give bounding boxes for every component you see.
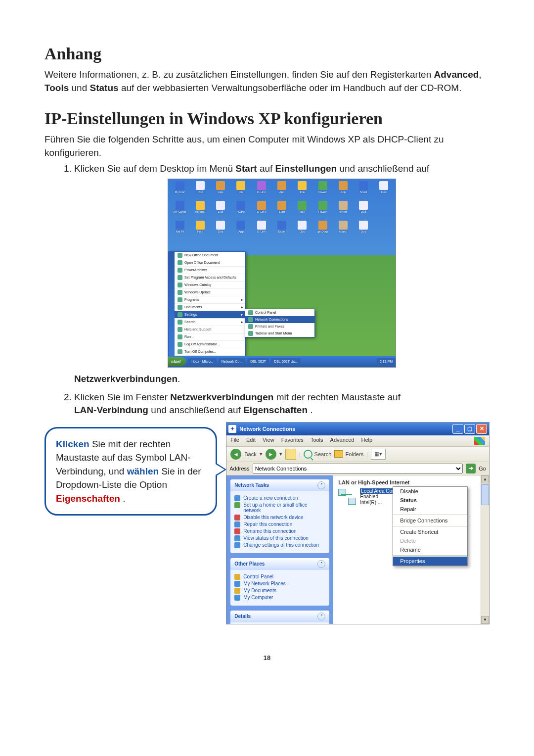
taskbar-item[interactable]: Network Co...: [219, 358, 245, 365]
task-link[interactable]: Change settings of this connection: [234, 542, 325, 548]
task-link[interactable]: Rename this connection: [234, 528, 325, 534]
text: Klicken Sie im Fenster: [74, 392, 170, 402]
menu-bar: File Edit View Favorites Tools Advanced …: [226, 435, 489, 447]
ctx-status[interactable]: Status: [393, 496, 467, 505]
app-icon: ✦: [228, 425, 236, 433]
text-bold: Advanced: [434, 69, 479, 80]
taskbar-item[interactable]: DSL-502T: [247, 358, 269, 365]
tasks-pane: Network Tasks˄ Create a new connection S…: [226, 475, 333, 624]
place-link[interactable]: Control Panel: [234, 574, 325, 580]
menu-help[interactable]: Help: [361, 437, 373, 445]
folders-button[interactable]: Folders: [334, 450, 363, 458]
address-select[interactable]: Network Connections: [253, 464, 463, 473]
menu-item[interactable]: Search: [184, 320, 195, 325]
search-button[interactable]: Search: [304, 450, 332, 459]
task-link[interactable]: Set up a home or small office network: [234, 502, 325, 514]
place-link[interactable]: My Network Places: [234, 581, 325, 587]
connections-area: LAN or High-Speed Internet Local Area Co…: [333, 475, 489, 624]
callout-tip: Klicken Sie mit der rechten Maustaste au…: [44, 427, 217, 516]
callout-keyword: Klicken: [56, 439, 89, 449]
go-button[interactable]: ➔: [466, 464, 476, 473]
place-link[interactable]: My Documents: [234, 588, 325, 594]
chevron-up-icon[interactable]: ˄: [317, 560, 325, 568]
text: mit der rechten Maustaste auf: [276, 392, 400, 402]
menu-item[interactable]: Documents: [184, 305, 202, 310]
dropdown-icon[interactable]: ▾: [260, 451, 263, 457]
scroll-up-icon[interactable]: ▲: [481, 475, 489, 483]
menu-item[interactable]: PowerArchiver: [184, 268, 207, 273]
forward-button[interactable]: ►: [266, 449, 276, 460]
chevron-up-icon[interactable]: ˄: [317, 613, 325, 620]
ctx-properties[interactable]: Properties: [393, 557, 467, 566]
submenu-item[interactable]: Printers and Faxes: [255, 324, 284, 329]
heading-anhang: Anhang: [44, 45, 490, 63]
callout-text: .: [123, 493, 125, 504]
screenshot-network-connections: ✦ Network Connections _ ▢ ✕ File Edit Vi…: [226, 422, 490, 624]
maximize-button[interactable]: ▢: [464, 424, 475, 434]
window-title: Network Connections: [239, 426, 295, 432]
text-bold: LAN-Verbindung: [74, 405, 148, 415]
chevron-up-icon[interactable]: ˄: [317, 481, 325, 489]
menu-item[interactable]: Log Off Administrator...: [184, 342, 220, 347]
close-button[interactable]: ✕: [476, 424, 487, 434]
ctx-rename[interactable]: Rename: [393, 545, 467, 554]
group-header: LAN or High-Speed Internet: [338, 479, 484, 485]
text: ,: [479, 69, 481, 80]
start-button[interactable]: start: [168, 357, 186, 367]
ctx-repair[interactable]: Repair: [393, 505, 467, 514]
views-button[interactable]: ▦▾: [371, 449, 386, 460]
menu-item[interactable]: Set Program Access and Defaults: [184, 275, 236, 280]
steps-list: Klicken Sie auf dem Desktop im Menü Star…: [44, 162, 490, 417]
menu-item[interactable]: New Office Document: [184, 253, 218, 258]
task-link[interactable]: View status of this connection: [234, 535, 325, 541]
task-link[interactable]: Repair this connection: [234, 521, 325, 527]
up-button[interactable]: [285, 449, 296, 460]
start-submenu-settings[interactable]: Control Panel Network Connections Printe…: [245, 309, 315, 337]
submenu-item[interactable]: Taskbar and Start Menu: [255, 331, 292, 336]
taskbar-item[interactable]: Inbox - Micro...: [188, 358, 217, 365]
task-link[interactable]: Create a new connection: [234, 495, 325, 501]
windows-flag-icon: [474, 437, 485, 445]
scroll-down-icon[interactable]: ▼: [481, 616, 489, 624]
start-menu[interactable]: New Office Document Open Office Document…: [168, 251, 246, 356]
menu-item[interactable]: Windows Catalog: [184, 283, 211, 287]
text-bold: Einstellungen: [275, 163, 337, 174]
menu-item-settings[interactable]: Settings: [184, 312, 197, 317]
minimize-button[interactable]: _: [452, 424, 463, 434]
text-bold: Netzwerkverbindungen: [170, 392, 273, 402]
connection-icon: [338, 489, 356, 505]
menu-advanced[interactable]: Advanced: [330, 437, 355, 445]
submenu-item-network-connections[interactable]: Network Connections: [255, 317, 288, 322]
task-link[interactable]: Disable this network device: [234, 515, 325, 520]
menu-file[interactable]: File: [230, 437, 239, 445]
submenu-item[interactable]: Control Panel: [255, 310, 276, 315]
menu-edit[interactable]: Edit: [246, 437, 256, 445]
step-1: Klicken Sie auf dem Desktop im Menü Star…: [74, 162, 490, 385]
taskbar-item[interactable]: DSL-502T Us...: [271, 358, 301, 365]
ctx-disable[interactable]: Disable: [393, 487, 467, 496]
text: auf: [260, 163, 275, 174]
menu-item[interactable]: Run...: [184, 334, 194, 339]
panel-title: Other Places: [234, 561, 265, 567]
menu-item[interactable]: Open Office Document: [184, 260, 220, 265]
menu-view[interactable]: View: [263, 437, 274, 445]
dropdown-icon[interactable]: ▾: [279, 451, 282, 457]
place-link[interactable]: My Computer: [234, 595, 325, 601]
menu-item[interactable]: Turn Off Computer...: [184, 349, 216, 354]
go-label: Go: [479, 466, 486, 472]
back-label: Back: [244, 451, 256, 457]
back-button[interactable]: ◄: [230, 449, 241, 460]
menu-tools[interactable]: Tools: [311, 437, 323, 445]
ctx-bridge[interactable]: Bridge Connections: [393, 516, 467, 525]
menu-item[interactable]: Programs: [184, 297, 199, 302]
ctx-create-shortcut[interactable]: Create Shortcut: [393, 527, 467, 536]
callout-keyword-red: Eigenschaften: [56, 493, 120, 504]
scroll-thumb[interactable]: [481, 484, 489, 505]
menu-item[interactable]: Help and Support: [184, 327, 211, 332]
menu-item[interactable]: Windows Update: [184, 290, 211, 295]
connection-device: Intel(R) ...: [360, 500, 382, 505]
vertical-scrollbar[interactable]: ▲ ▼: [481, 475, 489, 624]
context-menu[interactable]: Disable Status Repair Bridge Connections…: [393, 486, 468, 566]
panel-network-tasks: Network Tasks˄ Create a new connection S…: [230, 479, 329, 553]
menu-favorites[interactable]: Favorites: [281, 437, 304, 445]
